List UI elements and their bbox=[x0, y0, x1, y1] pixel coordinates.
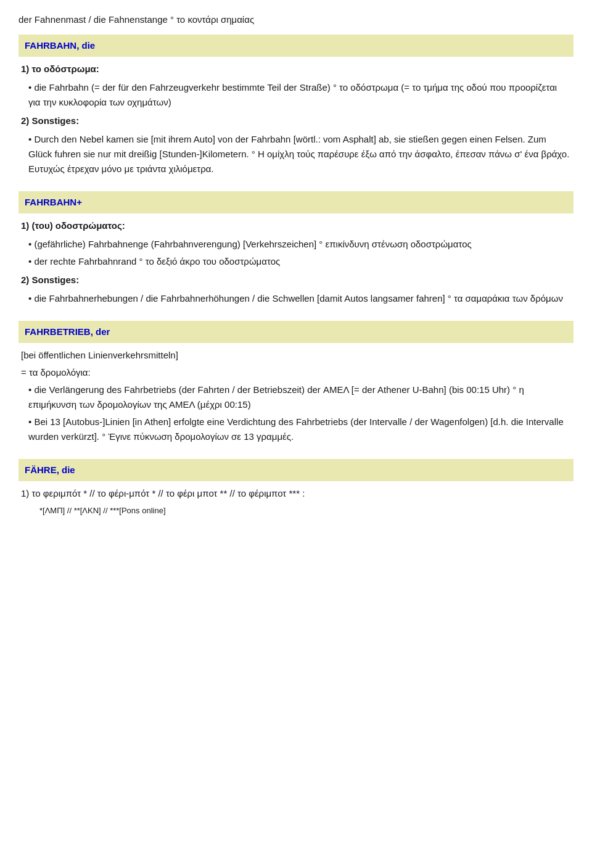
list-item: Bei 13 [Autobus-]Linien [in Athen] erfol… bbox=[21, 415, 571, 444]
intro-text: der Fahnenmast / die Fahnenstange ° το κ… bbox=[18, 12, 574, 27]
entry-header-fahrbahn-plus: FAHRBAHN+ bbox=[18, 191, 574, 213]
entry-block-fahrbahn-plus: FAHRBAHN+1) (του) οδοστρώματος:(gefährli… bbox=[18, 191, 574, 306]
entry-block-fahrbahn: FAHRBAHN, die1) το οδόστρωμα:die Fahrbah… bbox=[18, 35, 574, 176]
entry-body-fahrbahn-plus: 1) (του) οδοστρώματος:(gefährliche) Fahr… bbox=[18, 218, 574, 306]
list-item: (gefährliche) Fahrbahnenge (Fahrbahnvere… bbox=[21, 237, 571, 252]
section-intro-3-0: 1) το φεριμπότ * // το φέρι-μπότ * // το… bbox=[21, 486, 571, 501]
section-label-1-1: 2) Sonstiges: bbox=[21, 273, 571, 287]
list-item: der rechte Fahrbahnrand ° το δεξιό άκρο … bbox=[21, 254, 571, 269]
section-label-0-0: 1) το οδόστρωμα: bbox=[21, 62, 571, 76]
list-item: Durch den Nebel kamen sie [mit ihrem Aut… bbox=[21, 132, 571, 176]
entry-block-fahre: FÄHRE, die1) το φεριμπότ * // το φέρι-μπ… bbox=[18, 459, 574, 518]
section-label-1-0: 1) (του) οδοστρώματος: bbox=[21, 218, 571, 233]
list-item: die Fahrbahnerhebungen / die Fahrbahnerh… bbox=[21, 291, 571, 306]
section-label-0-1: 2) Sonstiges: bbox=[21, 114, 571, 128]
entry-header-fahrbahn: FAHRBAHN, die bbox=[18, 35, 574, 57]
list-item: die Fahrbahn (= der für den Fahrzeugverk… bbox=[21, 80, 571, 110]
entry-body-fahrbahn: 1) το οδόστρωμα:die Fahrbahn (= der für … bbox=[18, 62, 574, 176]
entry-body-fahrbetrieb: [bei öffentlichen Linienverkehrsmitteln]… bbox=[18, 348, 574, 444]
entry-header-fahrbetrieb: FAHRBETRIEB, der bbox=[18, 321, 574, 343]
section-footnote-3-1: *[ΛΜΠ] // **[ΛΚΝ] // ***[Pons online] bbox=[21, 505, 571, 518]
entry-body-fahre: 1) το φεριμπότ * // το φέρι-μπότ * // το… bbox=[18, 486, 574, 518]
entry-block-fahrbetrieb: FAHRBETRIEB, der[bei öffentlichen Linien… bbox=[18, 321, 574, 444]
section-intro-2-1: = τα δρομολόγια: bbox=[21, 365, 571, 380]
list-item: die Verlängerung des Fahrbetriebs (der F… bbox=[21, 382, 571, 412]
entry-header-fahre: FÄHRE, die bbox=[18, 459, 574, 481]
section-intro-2-0: [bei öffentlichen Linienverkehrsmitteln] bbox=[21, 348, 571, 363]
